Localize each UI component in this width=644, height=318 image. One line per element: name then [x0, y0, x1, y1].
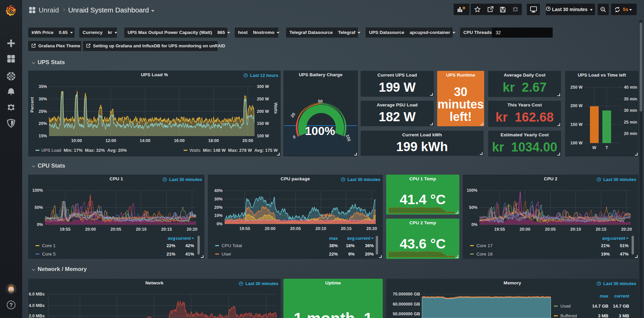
svg-text:20:10: 20:10: [316, 226, 326, 231]
svg-text:10:00: 10:00: [71, 138, 82, 143]
svg-text:100%: 100%: [32, 188, 43, 193]
svg-text:50%: 50%: [469, 205, 477, 210]
svg-text:19:55: 19:55: [60, 227, 71, 232]
svg-text:30%: 30%: [39, 97, 47, 101]
svg-text:40%: 40%: [214, 188, 223, 193]
svg-text:10%: 10%: [214, 213, 223, 218]
svg-text:0%: 0%: [37, 222, 43, 227]
svg-text:20:05: 20:05: [545, 227, 556, 232]
svg-text:4.0 MBs: 4.0 MBs: [29, 303, 45, 308]
svg-text:35 min: 35 min: [624, 97, 637, 101]
svg-text:20:05: 20:05: [290, 226, 301, 231]
svg-text:14:00: 14:00: [140, 138, 150, 143]
svg-text:2.0 MBs: 2.0 MBs: [29, 314, 45, 318]
svg-text:50%: 50%: [35, 205, 43, 210]
svg-text:20:10: 20:10: [570, 227, 581, 232]
svg-text:20: 20: [290, 112, 296, 118]
svg-text:35%: 35%: [39, 84, 47, 89]
svg-text:100%: 100%: [305, 124, 335, 137]
svg-text:70.000000 GB: 70.000000 GB: [393, 292, 420, 297]
svg-text:20 min: 20 min: [624, 131, 637, 136]
svg-text:20:20: 20:20: [187, 227, 197, 232]
svg-text:12:00: 12:00: [105, 138, 116, 143]
svg-text:0%: 0%: [217, 222, 223, 226]
svg-text:16:00: 16:00: [174, 138, 185, 143]
svg-text:15%: 15%: [39, 134, 47, 138]
svg-text:20:15: 20:15: [596, 227, 606, 232]
svg-text:6.0 MBs: 6.0 MBs: [29, 292, 45, 297]
svg-text:150 W: 150 W: [257, 121, 269, 126]
svg-text:300 W: 300 W: [257, 84, 269, 89]
svg-text:20:00: 20:00: [242, 138, 253, 143]
svg-text:19:55: 19:55: [494, 227, 505, 232]
svg-text:20%: 20%: [39, 121, 47, 126]
svg-text:20:20: 20:20: [621, 227, 632, 232]
svg-text:100 W: 100 W: [257, 134, 269, 138]
svg-text:250 W: 250 W: [570, 85, 583, 90]
svg-text:100%: 100%: [467, 188, 477, 193]
svg-text:100 W: 100 W: [570, 141, 583, 145]
svg-text:20:15: 20:15: [341, 226, 352, 231]
svg-text:30%: 30%: [214, 197, 223, 201]
svg-text:20:00: 20:00: [85, 227, 96, 232]
svg-text:25 min: 25 min: [624, 120, 637, 125]
svg-text:250 W: 250 W: [257, 97, 269, 101]
svg-text:50.000000 GB: 50.000000 GB: [393, 312, 420, 316]
svg-text:30 min: 30 min: [624, 108, 637, 113]
svg-text:18:00: 18:00: [208, 138, 219, 143]
svg-text:25%: 25%: [39, 109, 47, 114]
svg-text:200 W: 200 W: [570, 103, 583, 108]
svg-text:20:15: 20:15: [161, 227, 172, 232]
svg-text:40 min: 40 min: [624, 85, 637, 90]
svg-text:T: T: [605, 145, 608, 150]
svg-text:20:00: 20:00: [520, 227, 531, 232]
svg-text:50: 50: [318, 99, 323, 104]
svg-text:0%: 0%: [471, 222, 477, 227]
svg-text:200 W: 200 W: [257, 109, 269, 114]
svg-text:20:10: 20:10: [136, 227, 147, 232]
svg-text:150 W: 150 W: [570, 122, 583, 127]
svg-text:19:55: 19:55: [239, 226, 250, 231]
svg-text:20%: 20%: [214, 205, 223, 210]
svg-text:20:00: 20:00: [265, 226, 276, 231]
svg-text:W: W: [592, 145, 596, 150]
svg-text:20:05: 20:05: [110, 227, 121, 232]
svg-text:60.000000 GB: 60.000000 GB: [393, 302, 420, 307]
svg-text:20:20: 20:20: [366, 226, 377, 231]
